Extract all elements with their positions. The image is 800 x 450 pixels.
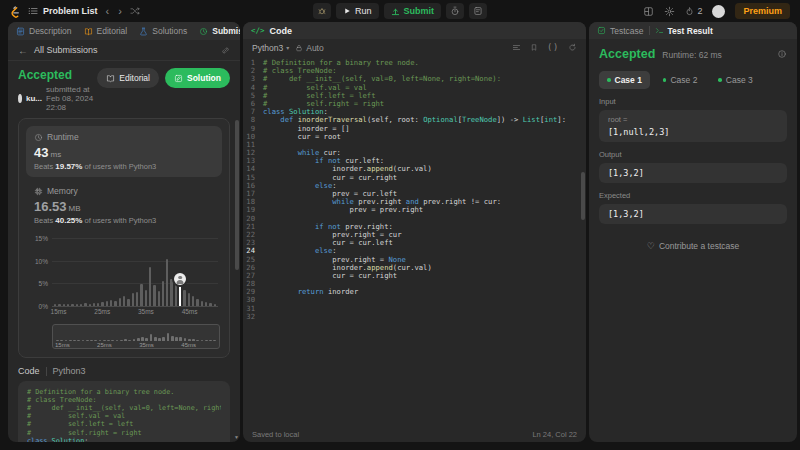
editorial-button[interactable]: Editorial [97,68,159,88]
memory-value: 16.53 [34,199,67,214]
code-label: Code [18,366,40,376]
expected-box: [1,3,2] [599,204,787,224]
language-label: Python3 [252,43,283,53]
debug-button[interactable] [313,3,331,19]
scrollbar-thumb[interactable] [581,172,585,220]
runtime-unit: ms [50,150,61,159]
memory-label: Memory [47,186,78,196]
brackets-icon[interactable]: () [547,43,559,52]
debug-icon [317,6,327,16]
gear-icon[interactable] [664,6,675,17]
streak-counter[interactable]: 2 [685,6,702,17]
expected-label: Expected [599,191,787,200]
next-problem-button[interactable]: › [117,6,123,17]
histogram-bar [89,304,91,306]
runtime-value: 43 [34,145,48,160]
problem-list-button[interactable]: Problem List [28,6,98,16]
premium-button[interactable]: Premium [735,3,790,19]
runtime-histogram-bars [52,238,218,306]
histogram-bar [167,333,170,341]
link-icon[interactable] [221,46,230,55]
code-line: 31 [243,305,586,313]
leetcode-logo[interactable] [8,5,21,18]
tab-test-result[interactable]: Test Result [655,26,713,36]
code-editor[interactable]: 1# Definition for a binary tree node.2# … [243,56,586,427]
histogram-bar [127,299,129,306]
x-tick-label: 45ms [182,308,198,315]
tab-separator [649,26,650,35]
save-status: Saved to local [252,430,299,439]
bookmark-icon[interactable] [530,43,538,52]
histogram-bar [149,267,151,306]
minimap-ticks: 15ms25ms35ms45ms [56,341,216,348]
lock-icon [295,44,303,52]
reset-icon[interactable] [568,43,577,52]
histogram-bar [54,304,56,306]
histogram-bar [63,304,65,306]
case-passed-dot [663,78,667,82]
notes-button[interactable] [469,3,487,19]
gridline: 0% [52,306,218,307]
tab-solutions[interactable]: Solutions [139,26,187,36]
runtime-distribution-chart: 15% 10% 5% 0% 15ms25ms35ms45ms [26,235,220,317]
tab-description[interactable]: Description [16,26,72,36]
editor-title: Code [270,26,293,36]
case-3-tab[interactable]: Case 3 [710,71,760,89]
auto-label: Auto [306,43,324,53]
editorial-button-label: Editorial [119,73,150,83]
case-2-label: Case 2 [670,75,697,85]
histogram-bar [183,290,185,306]
case-passed-dot [607,78,611,82]
histogram-bar [140,284,142,306]
solution-button-label: Solution [187,73,221,83]
histogram-bar [205,302,207,306]
x-tick-label: 15ms [55,342,70,348]
histogram-bar [209,303,211,306]
submit-button[interactable]: Submit [384,3,442,19]
case-2-tab[interactable]: Case 2 [655,71,705,89]
case-1-tab[interactable]: Case 1 [599,71,650,89]
case-tabs: Case 1 Case 2 Case 3 [599,71,787,89]
scroll-down-arrow[interactable]: ▼ [234,434,239,440]
contribute-label: Contribute a testcase [659,241,739,251]
avatar[interactable] [712,5,725,18]
solution-button[interactable]: Solution [165,68,230,88]
auto-mode[interactable]: Auto [295,43,324,53]
tab-submissions[interactable]: Submissions [199,26,240,36]
editor-toolbar: Python3 ▾ Auto () [243,39,586,56]
histogram-bar [145,290,147,306]
runtime-card[interactable]: Runtime 43ms Beats 19.57% of users with … [26,126,222,177]
language-selector[interactable]: Python3 ▾ [252,43,289,53]
output-box: [1,3,2] [599,163,787,183]
histogram-bar [166,259,168,306]
note-icon [473,6,483,16]
contribute-testcase-link[interactable]: ♡ Contribute a testcase [599,241,787,251]
output-value: [1,3,2] [608,168,644,178]
runtime-beats: Beats 19.57% of users with Python3 [34,162,214,171]
input-var-name: root = [608,115,778,124]
layout-icon[interactable] [643,6,654,17]
tab-editorial[interactable]: Editorial [84,26,128,36]
heart-icon: ♡ [647,241,655,251]
editor-lines: 1# Definition for a binary tree node.2# … [243,59,586,321]
timer-button[interactable] [446,3,464,19]
shuffle-icon[interactable] [130,6,140,16]
input-label: Input [599,97,787,106]
submissions-subheader: ← All Submissions [8,40,240,61]
run-button[interactable]: Run [336,3,379,19]
left-panel: Description Editorial Solutions Submissi… [8,22,240,442]
memory-block[interactable]: Memory 16.53MB Beats 40.25% of users wit… [26,177,222,229]
format-icon[interactable] [512,43,521,52]
chart-minimap-brush[interactable]: 15ms25ms35ms45ms [52,324,220,349]
code-editor-panel: </> Code Python3 ▾ Auto () 1# Definition… [243,22,586,442]
histogram-bar [162,281,164,306]
histogram-bar [214,304,216,306]
tab-testcase[interactable]: Testcase [597,26,644,36]
back-arrow-icon[interactable]: ← [18,45,28,56]
x-axis-ticks: 15ms25ms35ms45ms [52,308,218,317]
scrollbar-thumb[interactable] [235,120,239,270]
prev-problem-button[interactable]: ‹ [105,6,111,17]
book-icon [106,74,115,83]
code-line: 29 return inorder [243,288,586,296]
info-icon[interactable] [777,49,787,59]
